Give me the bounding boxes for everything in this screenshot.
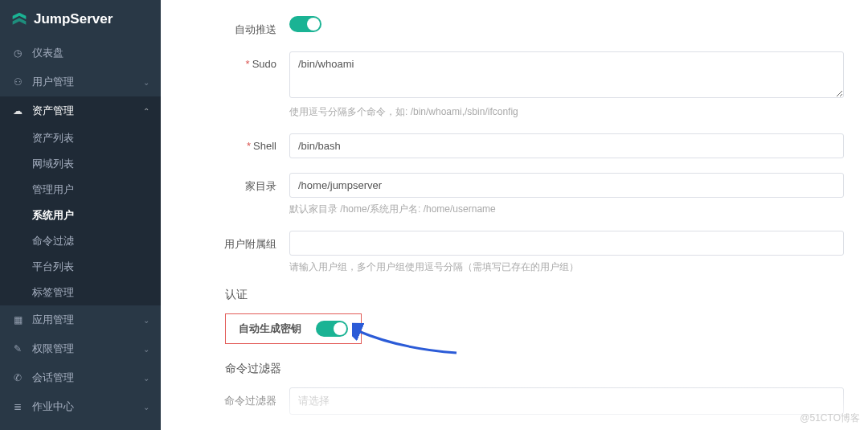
cmd-filter-label: 命令过滤器 bbox=[185, 387, 289, 408]
shell-label: *Shell bbox=[185, 133, 289, 152]
groups-help: 请输入用户组，多个用户组使用逗号分隔（需填写已存在的用户组） bbox=[289, 260, 844, 274]
menu: ◷ 仪表盘 ⚇ 用户管理 ⌄ ☁ 资产管理 ⌃ 资产列表 网域列表 管理用户 系… bbox=[0, 39, 161, 430]
main-form: 自动推送 *Sudo /bin/whoami 使用逗号分隔多个命令，如: /bi… bbox=[161, 0, 868, 430]
sessions-icon: ✆ bbox=[11, 371, 24, 384]
groups-input[interactable] bbox=[289, 231, 844, 256]
submenu-tag-mgmt[interactable]: 标签管理 bbox=[0, 280, 161, 305]
watermark: @51CTO博客 bbox=[800, 412, 860, 425]
cmd-filter-select[interactable]: 请选择 bbox=[289, 387, 844, 415]
home-input[interactable] bbox=[289, 173, 844, 198]
submenu-domain-list[interactable]: 网域列表 bbox=[0, 151, 161, 177]
auth-section-title: 认证 bbox=[225, 288, 844, 302]
submenu-system-user[interactable]: 系统用户 bbox=[0, 203, 161, 228]
menu-sessions[interactable]: ✆ 会话管理 ⌄ bbox=[0, 363, 161, 392]
sudo-help: 使用逗号分隔多个命令，如: /bin/whoami,/sbin/ifconfig bbox=[289, 105, 844, 119]
auto-push-toggle[interactable] bbox=[289, 16, 321, 32]
chevron-down-icon: ⌄ bbox=[143, 403, 149, 412]
cmd-filter-section-title: 命令过滤器 bbox=[225, 362, 844, 376]
submenu-asset-list[interactable]: 资产列表 bbox=[0, 125, 161, 151]
groups-label: 用户附属组 bbox=[185, 231, 289, 252]
dashboard-icon: ◷ bbox=[11, 47, 24, 59]
apps-icon: ▦ bbox=[11, 313, 24, 326]
perms-icon: ✎ bbox=[11, 342, 24, 355]
menu-apps[interactable]: ▦ 应用管理 ⌄ bbox=[0, 305, 161, 334]
users-icon: ⚇ bbox=[11, 76, 24, 88]
sidebar: JumpServer ◷ 仪表盘 ⚇ 用户管理 ⌄ ☁ 资产管理 ⌃ 资产列表 … bbox=[0, 0, 161, 430]
sudo-label: *Sudo bbox=[185, 51, 289, 70]
submenu-admin-user[interactable]: 管理用户 bbox=[0, 177, 161, 203]
menu-perms[interactable]: ✎ 权限管理 ⌄ bbox=[0, 334, 161, 363]
menu-label: 会话管理 bbox=[32, 371, 74, 385]
brand-text: JumpServer bbox=[34, 11, 113, 27]
submenu-platform-list[interactable]: 平台列表 bbox=[0, 254, 161, 280]
svg-marker-1 bbox=[13, 18, 27, 24]
auto-gen-key-box: 自动生成密钥 bbox=[225, 313, 362, 344]
logo-icon bbox=[11, 11, 27, 27]
brand: JumpServer bbox=[0, 0, 161, 39]
jobs-icon: ≣ bbox=[11, 400, 24, 413]
chevron-up-icon: ⌃ bbox=[143, 107, 149, 116]
menu-label: 仪表盘 bbox=[32, 46, 63, 60]
home-label: 家目录 bbox=[185, 173, 289, 194]
home-help: 默认家目录 /home/系统用户名: /home/username bbox=[289, 203, 844, 216]
auto-gen-key-toggle[interactable] bbox=[316, 321, 348, 337]
menu-label: 资产管理 bbox=[32, 104, 74, 118]
auto-gen-key-label: 自动生成密钥 bbox=[239, 321, 301, 336]
menu-label: 作业中心 bbox=[32, 399, 74, 414]
menu-dashboard[interactable]: ◷ 仪表盘 bbox=[0, 39, 161, 68]
menu-label: 应用管理 bbox=[32, 313, 74, 327]
menu-assets[interactable]: ☁ 资产管理 ⌃ bbox=[0, 96, 161, 125]
assets-icon: ☁ bbox=[11, 104, 24, 117]
shell-input[interactable] bbox=[289, 133, 844, 158]
chevron-down-icon: ⌄ bbox=[143, 78, 149, 87]
menu-jobs[interactable]: ≣ 作业中心 ⌄ bbox=[0, 392, 161, 421]
chevron-down-icon: ⌄ bbox=[143, 345, 149, 354]
auto-push-label: 自动推送 bbox=[185, 16, 289, 37]
chevron-down-icon: ⌄ bbox=[143, 316, 149, 325]
chevron-down-icon: ⌄ bbox=[143, 374, 149, 383]
submenu-assets: 资产列表 网域列表 管理用户 系统用户 命令过滤 平台列表 标签管理 bbox=[0, 125, 161, 305]
submenu-cmd-filter[interactable]: 命令过滤 bbox=[0, 228, 161, 254]
menu-audit[interactable]: ↻ 日志审计 ⌄ bbox=[0, 421, 161, 430]
sudo-input[interactable]: /bin/whoami bbox=[289, 51, 844, 98]
menu-users[interactable]: ⚇ 用户管理 ⌄ bbox=[0, 68, 161, 96]
menu-label: 权限管理 bbox=[32, 342, 74, 356]
menu-label: 用户管理 bbox=[32, 75, 74, 89]
